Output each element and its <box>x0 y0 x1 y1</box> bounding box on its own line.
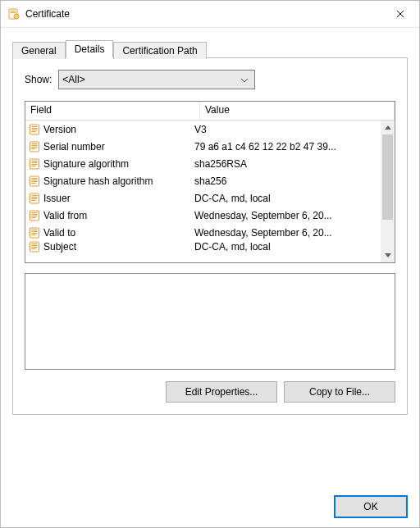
svg-rect-1 <box>11 11 16 11</box>
field-page-icon <box>29 210 40 221</box>
certificate-icon <box>7 7 21 20</box>
list-cell-field: Signature algorithm <box>25 158 193 170</box>
list-row[interactable]: IssuerDC-CA, md, local <box>25 189 381 207</box>
field-page-icon <box>29 227 40 239</box>
field-name: Valid to <box>43 227 75 239</box>
list-cell-field: Valid from <box>25 210 193 221</box>
svg-rect-23 <box>32 183 36 184</box>
list-row[interactable]: Valid fromWednesday, September 6, 20... <box>25 207 381 224</box>
list-row[interactable]: Valid toWednesday, September 6, 20... <box>25 224 381 241</box>
list-row[interactable]: SubjectDC-CA, md, local <box>25 241 381 256</box>
svg-rect-18 <box>32 166 36 166</box>
field-page-icon <box>29 241 40 253</box>
field-page-icon <box>29 193 40 204</box>
list-cell-field: Version <box>25 124 193 135</box>
certificate-dialog: Certificate General Details Certificatio… <box>0 0 420 528</box>
svg-rect-8 <box>32 131 36 132</box>
list-cell-field: Issuer <box>25 193 193 204</box>
show-select[interactable]: <All> <box>58 70 255 89</box>
field-name: Issuer <box>43 193 71 204</box>
svg-rect-37 <box>32 233 38 234</box>
list-cell-field: Subject <box>25 241 193 253</box>
col-header-field[interactable]: Field <box>25 102 200 120</box>
list-row[interactable]: Serial number79 a6 a1 c4 62 12 22 b2 47 … <box>25 138 381 155</box>
svg-rect-6 <box>32 128 38 129</box>
tab-general[interactable]: General <box>12 42 66 59</box>
vertical-scrollbar[interactable] <box>381 121 395 262</box>
svg-rect-12 <box>32 147 38 148</box>
field-page-icon <box>29 158 40 170</box>
svg-rect-32 <box>32 216 38 216</box>
svg-rect-25 <box>32 195 38 196</box>
field-page-icon <box>29 124 40 135</box>
svg-rect-17 <box>32 164 38 165</box>
list-row[interactable]: Signature hash algorithmsha256 <box>25 172 381 189</box>
window-title: Certificate <box>25 8 381 20</box>
tab-details-panel: Show: <All> Field Value VersionV3Seri <box>12 57 408 415</box>
scroll-down-button[interactable] <box>381 248 395 262</box>
list-cell-field: Serial number <box>25 141 193 152</box>
close-button[interactable] <box>381 1 419 27</box>
field-name: Signature hash algorithm <box>43 175 153 187</box>
list-cell-field: Signature hash algorithm <box>25 175 193 187</box>
svg-rect-26 <box>32 197 38 198</box>
svg-rect-13 <box>32 148 36 149</box>
svg-rect-36 <box>32 231 38 232</box>
copy-to-file-button[interactable]: Copy to File... <box>284 381 395 403</box>
edit-properties-button[interactable]: Edit Properties... <box>166 381 277 403</box>
col-header-value[interactable]: Value <box>200 102 395 120</box>
list-body: VersionV3Serial number79 a6 a1 c4 62 12 … <box>25 121 395 262</box>
scroll-track[interactable] <box>381 134 395 248</box>
svg-rect-16 <box>32 162 38 163</box>
svg-rect-10 <box>32 143 38 144</box>
titlebar: Certificate <box>1 1 419 28</box>
list-row[interactable]: Signature algorithmsha256RSA <box>25 155 381 172</box>
action-buttons: Edit Properties... Copy to File... <box>25 381 395 403</box>
svg-rect-20 <box>32 178 38 179</box>
svg-rect-40 <box>32 244 38 244</box>
tabstrip: General Details Certification Path Show:… <box>12 39 408 415</box>
fields-listview[interactable]: Field Value VersionV3Serial number79 a6 … <box>25 101 395 263</box>
scroll-thumb[interactable] <box>382 134 393 220</box>
svg-rect-21 <box>32 180 38 180</box>
svg-rect-38 <box>32 234 36 235</box>
svg-point-3 <box>14 14 19 19</box>
list-cell-field: Valid to <box>25 227 193 239</box>
list-cell-value: sha256RSA <box>193 158 381 170</box>
field-page-icon <box>29 175 40 187</box>
field-name: Signature algorithm <box>43 158 129 170</box>
dialog-footer: OK <box>1 486 419 527</box>
list-cell-value: sha256 <box>193 175 381 187</box>
svg-rect-42 <box>32 247 38 248</box>
svg-rect-7 <box>32 130 38 130</box>
ok-button[interactable]: OK <box>334 495 408 518</box>
client-area: General Details Certification Path Show:… <box>1 28 419 486</box>
show-label: Show: <box>25 74 52 85</box>
list-cell-value: V3 <box>193 124 381 135</box>
detail-value-box[interactable] <box>25 273 395 370</box>
field-name: Serial number <box>43 141 105 152</box>
list-row[interactable]: VersionV3 <box>25 121 381 138</box>
chevron-down-icon <box>238 74 251 85</box>
list-cell-value: 79 a6 a1 c4 62 12 22 b2 47 39... <box>193 141 381 152</box>
tab-certification-path[interactable]: Certification Path <box>113 42 206 59</box>
svg-rect-35 <box>32 230 38 230</box>
scroll-up-button[interactable] <box>381 121 395 134</box>
svg-rect-11 <box>32 145 38 146</box>
field-name: Subject <box>43 241 76 253</box>
show-row: Show: <All> <box>25 70 395 89</box>
list-cell-value: Wednesday, September 6, 20... <box>193 210 381 221</box>
list-cell-value: Wednesday, September 6, 20... <box>193 227 381 239</box>
svg-rect-15 <box>32 161 38 162</box>
svg-rect-30 <box>32 212 38 213</box>
list-cell-value: DC-CA, md, local <box>193 193 381 204</box>
svg-rect-41 <box>32 245 38 246</box>
svg-rect-33 <box>32 217 36 218</box>
list-header: Field Value <box>25 102 395 121</box>
svg-rect-2 <box>11 12 16 13</box>
svg-rect-22 <box>32 181 38 182</box>
svg-rect-27 <box>32 198 38 199</box>
tab-details[interactable]: Details <box>66 40 114 58</box>
svg-rect-5 <box>32 126 38 127</box>
svg-rect-28 <box>32 200 36 201</box>
